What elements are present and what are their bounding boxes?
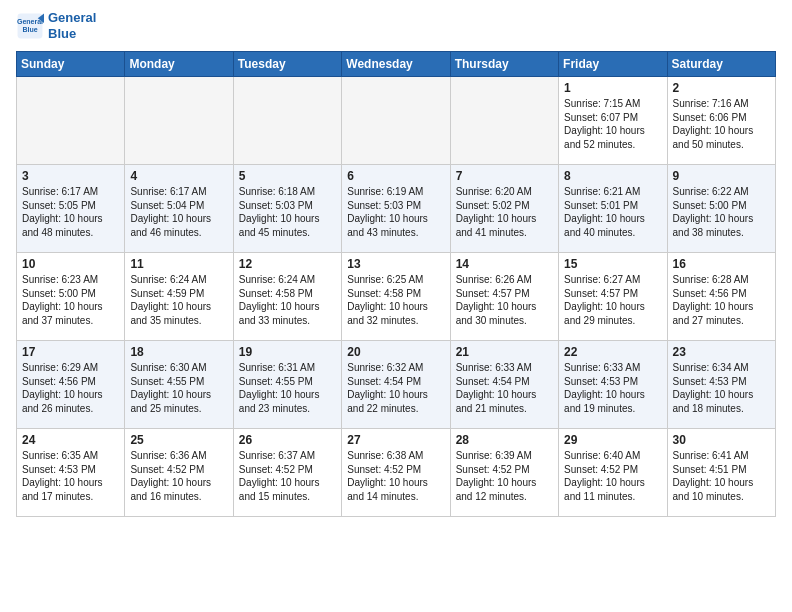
calendar-cell — [125, 77, 233, 165]
calendar-cell: 8Sunrise: 6:21 AM Sunset: 5:01 PM Daylig… — [559, 165, 667, 253]
day-number: 9 — [673, 169, 770, 183]
day-number: 5 — [239, 169, 336, 183]
calendar-cell: 6Sunrise: 6:19 AM Sunset: 5:03 PM Daylig… — [342, 165, 450, 253]
calendar-cell: 2Sunrise: 7:16 AM Sunset: 6:06 PM Daylig… — [667, 77, 775, 165]
day-number: 12 — [239, 257, 336, 271]
day-number: 16 — [673, 257, 770, 271]
calendar-cell — [450, 77, 558, 165]
calendar-cell — [342, 77, 450, 165]
weekday-header: Thursday — [450, 52, 558, 77]
calendar-cell: 25Sunrise: 6:36 AM Sunset: 4:52 PM Dayli… — [125, 429, 233, 517]
cell-content: Sunrise: 6:30 AM Sunset: 4:55 PM Dayligh… — [130, 361, 227, 415]
calendar-cell: 3Sunrise: 6:17 AM Sunset: 5:05 PM Daylig… — [17, 165, 125, 253]
calendar-cell: 20Sunrise: 6:32 AM Sunset: 4:54 PM Dayli… — [342, 341, 450, 429]
cell-content: Sunrise: 6:17 AM Sunset: 5:05 PM Dayligh… — [22, 185, 119, 239]
cell-content: Sunrise: 6:34 AM Sunset: 4:53 PM Dayligh… — [673, 361, 770, 415]
calendar-cell: 18Sunrise: 6:30 AM Sunset: 4:55 PM Dayli… — [125, 341, 233, 429]
cell-content: Sunrise: 6:22 AM Sunset: 5:00 PM Dayligh… — [673, 185, 770, 239]
day-number: 23 — [673, 345, 770, 359]
day-number: 13 — [347, 257, 444, 271]
calendar-cell: 5Sunrise: 6:18 AM Sunset: 5:03 PM Daylig… — [233, 165, 341, 253]
brand-name2: Blue — [48, 26, 96, 42]
cell-content: Sunrise: 6:33 AM Sunset: 4:53 PM Dayligh… — [564, 361, 661, 415]
day-number: 17 — [22, 345, 119, 359]
cell-content: Sunrise: 6:17 AM Sunset: 5:04 PM Dayligh… — [130, 185, 227, 239]
weekday-header: Friday — [559, 52, 667, 77]
calendar-cell: 27Sunrise: 6:38 AM Sunset: 4:52 PM Dayli… — [342, 429, 450, 517]
day-number: 7 — [456, 169, 553, 183]
calendar-cell: 12Sunrise: 6:24 AM Sunset: 4:58 PM Dayli… — [233, 253, 341, 341]
weekday-header: Wednesday — [342, 52, 450, 77]
calendar-cell: 29Sunrise: 6:40 AM Sunset: 4:52 PM Dayli… — [559, 429, 667, 517]
weekday-header: Tuesday — [233, 52, 341, 77]
day-number: 8 — [564, 169, 661, 183]
day-number: 26 — [239, 433, 336, 447]
day-number: 18 — [130, 345, 227, 359]
cell-content: Sunrise: 6:39 AM Sunset: 4:52 PM Dayligh… — [456, 449, 553, 503]
cell-content: Sunrise: 6:19 AM Sunset: 5:03 PM Dayligh… — [347, 185, 444, 239]
cell-content: Sunrise: 6:36 AM Sunset: 4:52 PM Dayligh… — [130, 449, 227, 503]
page: General Blue General Blue SundayMondayTu… — [0, 0, 792, 527]
calendar-cell — [17, 77, 125, 165]
calendar-cell: 17Sunrise: 6:29 AM Sunset: 4:56 PM Dayli… — [17, 341, 125, 429]
top-area: General Blue General Blue — [16, 10, 776, 45]
day-number: 21 — [456, 345, 553, 359]
calendar-cell: 23Sunrise: 6:34 AM Sunset: 4:53 PM Dayli… — [667, 341, 775, 429]
calendar-cell — [233, 77, 341, 165]
calendar-cell: 24Sunrise: 6:35 AM Sunset: 4:53 PM Dayli… — [17, 429, 125, 517]
day-number: 20 — [347, 345, 444, 359]
calendar-cell: 22Sunrise: 6:33 AM Sunset: 4:53 PM Dayli… — [559, 341, 667, 429]
cell-content: Sunrise: 6:29 AM Sunset: 4:56 PM Dayligh… — [22, 361, 119, 415]
calendar-cell: 30Sunrise: 6:41 AM Sunset: 4:51 PM Dayli… — [667, 429, 775, 517]
day-number: 27 — [347, 433, 444, 447]
cell-content: Sunrise: 6:33 AM Sunset: 4:54 PM Dayligh… — [456, 361, 553, 415]
calendar-cell: 7Sunrise: 6:20 AM Sunset: 5:02 PM Daylig… — [450, 165, 558, 253]
day-number: 14 — [456, 257, 553, 271]
svg-text:Blue: Blue — [22, 26, 37, 33]
logo-icon: General Blue — [16, 12, 44, 40]
cell-content: Sunrise: 6:20 AM Sunset: 5:02 PM Dayligh… — [456, 185, 553, 239]
cell-content: Sunrise: 6:24 AM Sunset: 4:59 PM Dayligh… — [130, 273, 227, 327]
cell-content: Sunrise: 6:18 AM Sunset: 5:03 PM Dayligh… — [239, 185, 336, 239]
calendar-cell: 13Sunrise: 6:25 AM Sunset: 4:58 PM Dayli… — [342, 253, 450, 341]
cell-content: Sunrise: 6:32 AM Sunset: 4:54 PM Dayligh… — [347, 361, 444, 415]
cell-content: Sunrise: 6:21 AM Sunset: 5:01 PM Dayligh… — [564, 185, 661, 239]
cell-content: Sunrise: 6:24 AM Sunset: 4:58 PM Dayligh… — [239, 273, 336, 327]
cell-content: Sunrise: 6:41 AM Sunset: 4:51 PM Dayligh… — [673, 449, 770, 503]
weekday-header: Saturday — [667, 52, 775, 77]
cell-content: Sunrise: 6:26 AM Sunset: 4:57 PM Dayligh… — [456, 273, 553, 327]
calendar-cell: 14Sunrise: 6:26 AM Sunset: 4:57 PM Dayli… — [450, 253, 558, 341]
day-number: 1 — [564, 81, 661, 95]
cell-content: Sunrise: 6:40 AM Sunset: 4:52 PM Dayligh… — [564, 449, 661, 503]
calendar-cell: 9Sunrise: 6:22 AM Sunset: 5:00 PM Daylig… — [667, 165, 775, 253]
cell-content: Sunrise: 6:38 AM Sunset: 4:52 PM Dayligh… — [347, 449, 444, 503]
weekday-header: Monday — [125, 52, 233, 77]
calendar-cell: 28Sunrise: 6:39 AM Sunset: 4:52 PM Dayli… — [450, 429, 558, 517]
svg-text:General: General — [17, 18, 43, 25]
calendar-cell: 21Sunrise: 6:33 AM Sunset: 4:54 PM Dayli… — [450, 341, 558, 429]
cell-content: Sunrise: 6:28 AM Sunset: 4:56 PM Dayligh… — [673, 273, 770, 327]
brand-name: General — [48, 10, 96, 26]
calendar-cell: 1Sunrise: 7:15 AM Sunset: 6:07 PM Daylig… — [559, 77, 667, 165]
cell-content: Sunrise: 6:23 AM Sunset: 5:00 PM Dayligh… — [22, 273, 119, 327]
day-number: 29 — [564, 433, 661, 447]
calendar-cell: 19Sunrise: 6:31 AM Sunset: 4:55 PM Dayli… — [233, 341, 341, 429]
logo: General Blue General Blue — [16, 10, 96, 41]
day-number: 4 — [130, 169, 227, 183]
calendar: SundayMondayTuesdayWednesdayThursdayFrid… — [16, 51, 776, 517]
day-number: 30 — [673, 433, 770, 447]
day-number: 2 — [673, 81, 770, 95]
day-number: 15 — [564, 257, 661, 271]
cell-content: Sunrise: 6:35 AM Sunset: 4:53 PM Dayligh… — [22, 449, 119, 503]
calendar-cell: 11Sunrise: 6:24 AM Sunset: 4:59 PM Dayli… — [125, 253, 233, 341]
day-number: 22 — [564, 345, 661, 359]
day-number: 6 — [347, 169, 444, 183]
day-number: 25 — [130, 433, 227, 447]
day-number: 11 — [130, 257, 227, 271]
calendar-cell: 10Sunrise: 6:23 AM Sunset: 5:00 PM Dayli… — [17, 253, 125, 341]
day-number: 24 — [22, 433, 119, 447]
day-number: 3 — [22, 169, 119, 183]
calendar-cell: 15Sunrise: 6:27 AM Sunset: 4:57 PM Dayli… — [559, 253, 667, 341]
cell-content: Sunrise: 6:25 AM Sunset: 4:58 PM Dayligh… — [347, 273, 444, 327]
cell-content: Sunrise: 6:37 AM Sunset: 4:52 PM Dayligh… — [239, 449, 336, 503]
